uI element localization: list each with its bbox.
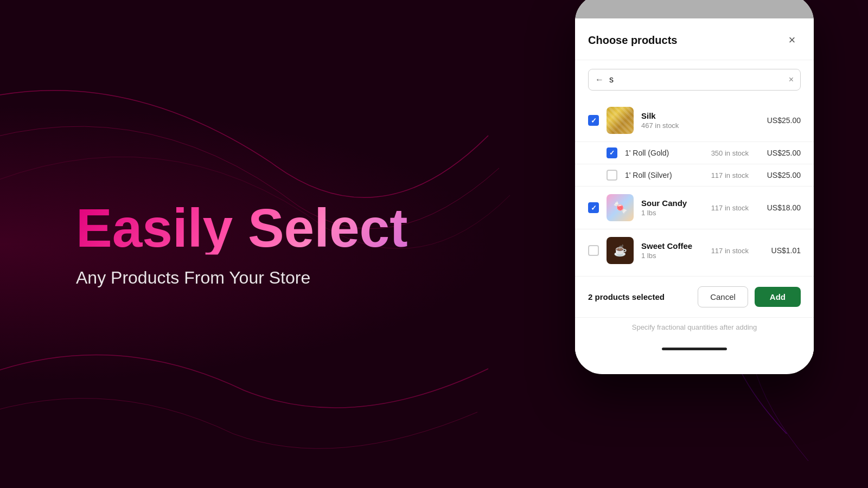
- variant-name-silk-gold: 1' Roll (Gold): [625, 149, 704, 157]
- product-item-silk: Silk 467 in stock US$25.00: [575, 99, 814, 142]
- product-price-sweet-coffee: US$1.01: [763, 246, 801, 255]
- product-sub-sweet-coffee: 1 lbs: [641, 252, 704, 260]
- product-list: Silk 467 in stock US$25.00 1' Roll (Gold…: [575, 99, 814, 276]
- selected-count-label: 2 products selected: [588, 292, 691, 301]
- variant-row-silk-gold: 1' Roll (Gold) 350 in stock US$25.00: [575, 142, 814, 164]
- variant-price-silk-silver: US$25.00: [763, 171, 801, 179]
- product-thumb-sweet-coffee: ☕: [607, 237, 634, 264]
- product-stock-sour-candy: 117 in stock: [711, 204, 749, 212]
- checkbox-silk-gold[interactable]: [607, 147, 617, 158]
- phone-top-bar: [575, 0, 814, 18]
- product-name-silk: Silk: [641, 111, 755, 120]
- indicator-bar: [662, 348, 727, 350]
- checkbox-silk-silver[interactable]: [607, 170, 617, 181]
- product-sub-sour-candy: 1 lbs: [641, 209, 704, 217]
- product-item-sweet-coffee: ☕ Sweet Coffee 1 lbs 117 in stock US$1.0…: [575, 229, 814, 272]
- left-panel: Easily Select Any Products From Your Sto…: [76, 201, 477, 288]
- variant-row-silk-silver: 1' Roll (Silver) 117 in stock US$25.00: [575, 164, 814, 187]
- product-item-sour-candy: 🍬 Sour Candy 1 lbs 117 in stock US$18.00: [575, 187, 814, 229]
- checkbox-silk[interactable]: [588, 115, 599, 126]
- modal-close-button[interactable]: ×: [783, 31, 801, 49]
- checkbox-sweet-coffee[interactable]: [588, 245, 599, 256]
- product-stock-sweet-coffee: 117 in stock: [711, 247, 749, 255]
- variant-stock-silk-gold: 350 in stock: [711, 149, 749, 157]
- phone-container: Choose products × ← × Silk 467 in stock: [575, 0, 814, 488]
- modal-header: Choose products ×: [575, 18, 814, 60]
- back-arrow-icon[interactable]: ←: [595, 75, 604, 85]
- modal-title: Choose products: [588, 34, 677, 47]
- product-thumb-silk: [607, 107, 634, 134]
- product-info-sweet-coffee: Sweet Coffee 1 lbs: [641, 241, 704, 260]
- product-price-sour-candy: US$18.00: [763, 203, 801, 212]
- product-thumb-sour-candy: 🍬: [607, 194, 634, 221]
- choose-products-modal: Choose products × ← × Silk 467 in stock: [575, 18, 814, 357]
- search-clear-button[interactable]: ×: [789, 75, 794, 85]
- cancel-button[interactable]: Cancel: [698, 286, 748, 307]
- product-info-sour-candy: Sour Candy 1 lbs: [641, 198, 704, 217]
- hero-title: Easily Select: [76, 201, 477, 255]
- product-name-sour-candy: Sour Candy: [641, 198, 704, 208]
- phone-mockup: Choose products × ← × Silk 467 in stock: [575, 0, 814, 374]
- variant-name-silk-silver: 1' Roll (Silver): [625, 171, 704, 179]
- checkbox-sour-candy[interactable]: [588, 202, 599, 213]
- product-price-silk: US$25.00: [763, 116, 801, 125]
- phone-home-indicator: [575, 340, 814, 357]
- fractional-hint: Specify fractional quantities after addi…: [575, 317, 814, 340]
- hero-subtitle: Any Products From Your Store: [76, 268, 477, 288]
- modal-footer: 2 products selected Cancel Add: [575, 276, 814, 317]
- add-button[interactable]: Add: [755, 287, 801, 307]
- variant-price-silk-gold: US$25.00: [763, 149, 801, 157]
- variant-stock-silk-silver: 117 in stock: [711, 171, 749, 179]
- product-name-sweet-coffee: Sweet Coffee: [641, 241, 704, 251]
- search-input[interactable]: [609, 75, 783, 85]
- search-bar: ← ×: [588, 69, 801, 91]
- product-stock-silk: 467 in stock: [641, 121, 755, 130]
- product-info-silk: Silk 467 in stock: [641, 111, 755, 130]
